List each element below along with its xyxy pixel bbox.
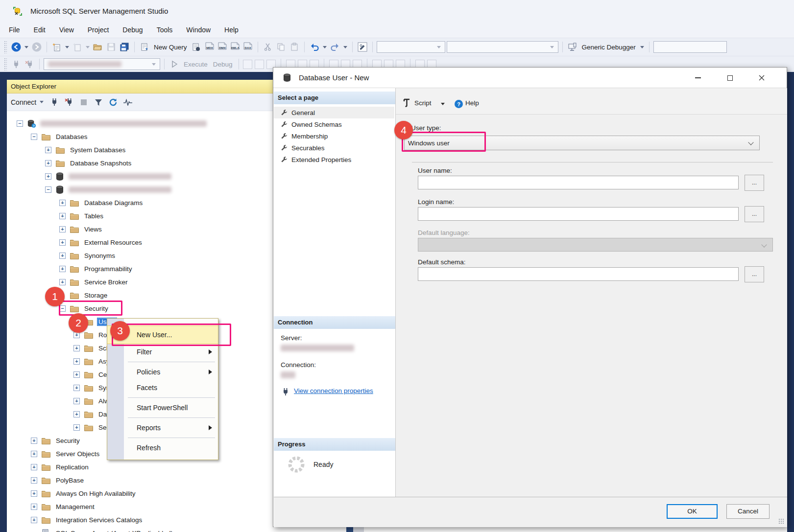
dax-query-button[interactable]: DAX (242, 41, 254, 53)
menu-tools[interactable]: Tools (150, 22, 180, 38)
save-all-icon[interactable] (119, 41, 130, 53)
close-button[interactable] (753, 71, 770, 84)
editor-tool-icon[interactable] (255, 60, 264, 69)
tree-item-replication[interactable]: +Replication (7, 461, 273, 474)
open-file-icon[interactable] (92, 41, 104, 53)
collapse-icon[interactable]: − (31, 134, 37, 140)
context-menu-start-powershell[interactable]: Start PowerShell (107, 400, 218, 416)
expand-icon[interactable]: + (31, 464, 37, 470)
menu-edit[interactable]: Edit (27, 22, 52, 38)
expand-icon[interactable]: + (59, 266, 66, 272)
execute-button[interactable]: Execute (184, 61, 208, 68)
toolbar-combo-2[interactable] (447, 41, 558, 53)
new-query-file-icon[interactable] (51, 41, 63, 53)
back-dropdown-icon[interactable] (24, 46, 28, 48)
connect-db-icon[interactable] (10, 58, 22, 70)
change-connection-icon[interactable] (24, 58, 35, 70)
tree-item-system-databases[interactable]: +System Databases (7, 143, 273, 157)
expand-icon[interactable]: + (73, 385, 80, 391)
tree-item-programmability[interactable]: +Programmability (7, 262, 273, 276)
expand-icon[interactable]: + (59, 239, 66, 246)
expand-icon[interactable]: + (73, 398, 80, 404)
redo-dropdown-icon[interactable] (343, 46, 347, 48)
debug-button[interactable]: Debug (213, 61, 233, 68)
tree-item-blurred-0[interactable]: −? (7, 117, 273, 130)
expand-icon[interactable]: + (45, 173, 51, 180)
context-menu-filter[interactable]: Filter (107, 344, 218, 360)
expand-icon[interactable]: + (59, 226, 66, 232)
tree-item-database-snapshots[interactable]: +Database Snapshots (7, 157, 273, 170)
connect-plug-icon[interactable] (49, 97, 59, 107)
toolbar-grip-2[interactable] (4, 58, 7, 70)
expand-icon[interactable]: + (45, 147, 51, 153)
resize-grip[interactable] (778, 518, 784, 524)
context-menu-policies[interactable]: Policies (107, 364, 218, 380)
context-menu-facets[interactable]: Facets (107, 380, 218, 395)
navigate-forward-icon[interactable] (31, 41, 43, 53)
expand-icon[interactable]: + (73, 358, 80, 365)
script-button[interactable]: Script (414, 99, 432, 107)
tree-item-polybase[interactable]: +PolyBase (7, 474, 273, 487)
default-schema-browse-button[interactable]: ... (745, 266, 764, 282)
tree-item-external-resources[interactable]: +External Resources (7, 236, 273, 249)
redo-icon[interactable] (329, 41, 341, 53)
script-dropdown-icon[interactable] (441, 103, 445, 105)
tree-item-database-diagrams[interactable]: +Database Diagrams (7, 196, 273, 209)
toolbar-grip[interactable] (4, 41, 7, 53)
collapse-icon[interactable]: − (17, 120, 23, 127)
page-extended-properties[interactable]: Extended Properties (274, 154, 394, 165)
expand-icon[interactable]: + (73, 424, 80, 431)
editor-tool-icon[interactable] (243, 60, 252, 69)
database-combo[interactable] (44, 58, 160, 70)
expand-icon[interactable]: + (59, 200, 66, 206)
login-name-input[interactable] (418, 207, 739, 221)
toolbar-combo-1[interactable] (377, 41, 445, 53)
tree-item-blurred-4[interactable]: + (7, 170, 273, 183)
expand-icon[interactable]: + (31, 517, 37, 523)
debugger-dropdown-icon[interactable] (640, 46, 644, 48)
minimize-button[interactable] (690, 71, 706, 84)
tree-item-databases[interactable]: −Databases (7, 130, 273, 143)
expand-icon[interactable]: + (73, 411, 80, 417)
connect-dropdown-button[interactable]: Connect (11, 98, 45, 106)
mdx-query-button[interactable]: MDX (204, 41, 216, 53)
cancel-button[interactable]: Cancel (726, 504, 770, 519)
new-query-icon[interactable] (139, 41, 150, 53)
expand-icon[interactable]: + (59, 279, 66, 285)
tree-item-tables[interactable]: +Tables (7, 209, 273, 223)
expand-icon[interactable]: + (59, 213, 66, 219)
login-name-browse-button[interactable]: ... (745, 206, 764, 222)
expand-icon[interactable]: + (31, 438, 37, 444)
dmx-query-button[interactable]: DMX (217, 41, 228, 53)
new-file-dropdown-icon[interactable] (65, 46, 69, 48)
tree-item-service-broker[interactable]: +Service Broker (7, 276, 273, 289)
paste-icon[interactable] (289, 41, 300, 53)
expand-icon[interactable]: + (31, 504, 37, 510)
undo-dropdown-icon[interactable] (323, 46, 327, 48)
script-icon[interactable] (401, 97, 412, 109)
context-menu-refresh[interactable]: Refresh (107, 440, 218, 456)
expand-icon[interactable]: + (59, 253, 66, 259)
tree-item-security[interactable]: −Security (7, 302, 273, 315)
collapse-icon[interactable]: − (45, 186, 51, 193)
refresh-icon[interactable] (108, 97, 118, 107)
stop-icon[interactable] (78, 97, 89, 107)
tree-item-views[interactable]: +Views (7, 223, 273, 236)
tree-item-blurred-5[interactable]: − (7, 183, 273, 196)
object-explorer-header[interactable]: Object Explorer (7, 80, 273, 93)
undo-icon[interactable] (309, 41, 320, 53)
add-item-dropdown-icon[interactable] (86, 46, 90, 48)
add-item-icon[interactable] (72, 41, 83, 53)
tree-item-management[interactable]: +Management (7, 500, 273, 513)
help-button[interactable]: Help (465, 99, 479, 107)
menu-debug[interactable]: Debug (116, 22, 149, 38)
page-securables[interactable]: Securables (274, 142, 394, 154)
execute-play-icon[interactable] (168, 58, 180, 70)
generic-debugger-button[interactable]: Generic Debugger (582, 44, 636, 51)
copy-icon[interactable] (275, 41, 287, 53)
ok-button[interactable]: OK (667, 504, 718, 519)
menu-view[interactable]: View (52, 22, 81, 38)
analysis-query-icon[interactable] (191, 41, 202, 53)
default-schema-input[interactable] (418, 267, 739, 281)
debugger-monitor-icon[interactable] (567, 41, 578, 53)
